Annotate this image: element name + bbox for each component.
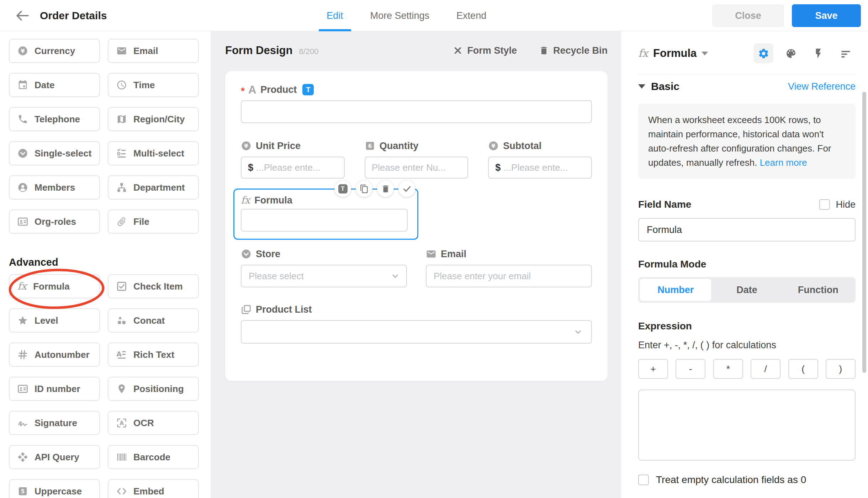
- close-button[interactable]: Close: [712, 4, 784, 27]
- palette-item-file[interactable]: File: [108, 210, 199, 234]
- unit-price-field: ¥Unit Price $...Please ente...: [241, 139, 345, 179]
- canvas-title: Form Design: [225, 44, 292, 57]
- confirm-field-button[interactable]: [398, 180, 415, 197]
- palette-item-barcode[interactable]: Barcode: [108, 445, 199, 469]
- field-type-button[interactable]: T: [334, 180, 351, 197]
- palette-item-embed[interactable]: Embed: [108, 479, 199, 498]
- unit-price-input[interactable]: $...Please ente...: [241, 157, 345, 179]
- palette-item-positioning[interactable]: Positioning: [108, 377, 199, 401]
- svg-text:¥: ¥: [492, 143, 496, 149]
- lightning-icon: [813, 48, 824, 59]
- quantity-input[interactable]: Please enter Nu...: [365, 157, 469, 179]
- palette-item-concat[interactable]: Concat: [108, 308, 199, 333]
- palette-item-org-roles[interactable]: Org-roles: [9, 210, 100, 234]
- palette-item-region-city[interactable]: Region/City: [108, 107, 199, 131]
- palette-item-signature[interactable]: Signature: [9, 411, 100, 435]
- panel-scrollbar-thumb[interactable]: [862, 92, 866, 373]
- palette-item-id-number[interactable]: ID number: [9, 377, 100, 401]
- operator-close-paren-button[interactable]: ): [826, 359, 856, 379]
- tab-edit[interactable]: Edit: [327, 0, 343, 31]
- operator-multiply-button[interactable]: *: [713, 359, 743, 379]
- palette-item-formula[interactable]: fxFormula: [9, 274, 100, 298]
- advanced-fields-grid: fxFormula Check Item Level Concat Autonu…: [9, 274, 211, 498]
- palette-item-members[interactable]: Members: [9, 175, 100, 200]
- expression-editor[interactable]: [638, 390, 856, 461]
- header-tabs: Edit More Settings Extend: [327, 0, 486, 31]
- currency-icon: ¥: [17, 46, 28, 56]
- operator-open-paren-button[interactable]: (: [788, 359, 818, 379]
- hide-toggle[interactable]: Hide: [819, 199, 856, 210]
- back-button[interactable]: [14, 8, 30, 23]
- formula-field-selected[interactable]: T fxFormula: [233, 189, 418, 240]
- operator-plus-button[interactable]: +: [638, 359, 668, 379]
- mode-option-date[interactable]: Date: [711, 279, 782, 301]
- trash-icon: [539, 46, 549, 55]
- subtotal-field: ¥Subtotal $...Please ente...: [488, 139, 592, 179]
- palette-item-currency[interactable]: ¥Currency: [9, 39, 100, 63]
- learn-more-link[interactable]: Learn more: [760, 157, 807, 168]
- check-icon: [402, 184, 412, 194]
- palette-item-api-query[interactable]: API Query: [9, 445, 100, 469]
- view-reference-link[interactable]: View Reference: [788, 81, 856, 92]
- duplicate-field-button[interactable]: [356, 180, 372, 197]
- chevron-down-icon: [574, 328, 582, 336]
- palette-item-autonumber[interactable]: Autonumber: [9, 343, 100, 367]
- form-style-button[interactable]: Form Style: [453, 45, 517, 56]
- settings-tab-button[interactable]: [753, 43, 773, 63]
- palette-item-date[interactable]: Date: [9, 73, 100, 97]
- org-chart-icon: [116, 182, 127, 193]
- calendar-icon: [17, 80, 28, 90]
- palette-item-email[interactable]: Email: [108, 39, 199, 63]
- palette-item-uppercase[interactable]: 5Uppercase: [9, 479, 100, 498]
- tab-more-settings[interactable]: More Settings: [370, 0, 430, 31]
- operator-minus-button[interactable]: -: [676, 359, 705, 379]
- product-list-field: Product List: [241, 303, 592, 344]
- svg-text:¥: ¥: [21, 48, 25, 54]
- subtotal-input[interactable]: $...Please ente...: [488, 157, 592, 179]
- events-tab-button[interactable]: [808, 43, 828, 63]
- product-list-select[interactable]: [241, 320, 592, 344]
- checkbox-icon: [116, 281, 127, 292]
- layout-tab-button[interactable]: [836, 43, 856, 63]
- mode-option-number[interactable]: Number: [640, 279, 711, 301]
- palette-item-single-select[interactable]: Single-select: [9, 141, 100, 165]
- svg-text:¥: ¥: [244, 143, 248, 149]
- currency-icon: ¥: [488, 141, 499, 151]
- collapse-caret-icon[interactable]: [638, 84, 645, 89]
- palette-item-ocr[interactable]: AOCR: [108, 411, 199, 435]
- appearance-tab-button[interactable]: [781, 43, 801, 63]
- palette-item-telephone[interactable]: Telephone: [9, 107, 100, 131]
- text-field-icon: A: [248, 84, 256, 95]
- field-type-dropdown-caret[interactable]: [702, 52, 708, 55]
- treat-empty-row: Treat empty calculation fields as 0: [638, 474, 856, 486]
- tab-extend[interactable]: Extend: [456, 0, 486, 31]
- delete-field-button[interactable]: [377, 180, 394, 197]
- palette-item-rich-text[interactable]: ARich Text: [108, 343, 199, 367]
- operator-divide-button[interactable]: /: [751, 359, 780, 379]
- expression-hint: Enter +, -, *, /, ( ) for calculations: [638, 340, 856, 351]
- shapes-icon: [116, 315, 127, 326]
- product-input[interactable]: [241, 100, 592, 123]
- email-input[interactable]: Please enter your email: [426, 265, 592, 287]
- treat-empty-checkbox[interactable]: [638, 475, 649, 485]
- number-field-icon: 6: [365, 141, 375, 151]
- svg-text:A: A: [116, 350, 122, 358]
- operator-buttons: + - * / ( ): [638, 359, 856, 379]
- palette-item-multi-select[interactable]: Multi-select: [108, 141, 199, 165]
- hide-checkbox[interactable]: [819, 199, 830, 210]
- store-select[interactable]: Please select: [241, 265, 407, 287]
- save-button[interactable]: Save: [792, 4, 861, 27]
- palette-item-check-item[interactable]: Check Item: [108, 274, 199, 298]
- phone-icon: [17, 114, 28, 124]
- code-brackets-icon: [116, 486, 127, 497]
- field-name-input[interactable]: [638, 218, 856, 242]
- recycle-bin-button[interactable]: Recycle Bin: [539, 45, 608, 56]
- formula-field-input[interactable]: [241, 209, 408, 232]
- palette-item-department[interactable]: Department: [108, 175, 199, 200]
- ocr-icon: A: [116, 418, 127, 428]
- back-arrow-icon: [15, 10, 29, 21]
- palette-item-time[interactable]: Time: [108, 73, 199, 97]
- panel-divider: [638, 74, 856, 74]
- palette-item-level[interactable]: Level: [9, 308, 100, 333]
- mode-option-function[interactable]: Function: [783, 279, 854, 301]
